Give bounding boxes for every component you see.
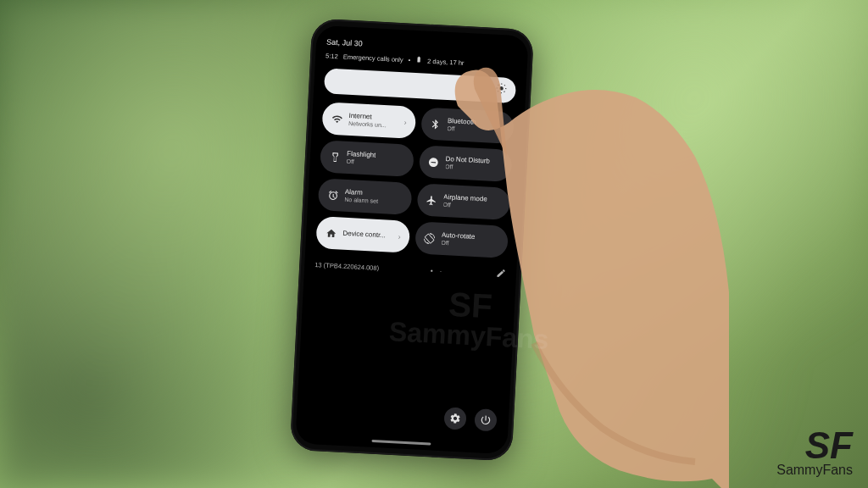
page-indicator: • · — [431, 267, 445, 275]
tile-internet[interactable]: Internet Networks un... › — [321, 102, 415, 139]
status-battery: 2 days, 17 hr — [427, 57, 465, 66]
status-network: Emergency calls only — [343, 53, 403, 64]
power-button[interactable] — [474, 408, 497, 431]
dnd-icon — [427, 156, 440, 169]
status-time: 5:12 — [326, 52, 338, 60]
tile-title: Device contr... — [342, 230, 386, 239]
tile-subtitle: Off — [447, 125, 476, 133]
gesture-nav-bar[interactable] — [371, 440, 431, 446]
tile-subtitle: No alarm set — [344, 196, 378, 204]
quick-settings-tiles: Internet Networks un... › Bluetooth Off … — [315, 102, 515, 258]
chevron-right-icon: › — [403, 118, 407, 126]
tile-subtitle: Off — [441, 239, 475, 247]
tile-bluetooth[interactable]: Bluetooth Off — [420, 107, 515, 144]
phone-screen: Sat, Jul 30 5:12 Emergency calls only • … — [295, 25, 529, 454]
flashlight-icon — [329, 151, 342, 164]
svg-point-0 — [499, 86, 504, 91]
tile-device-controls[interactable]: Device contr... › — [315, 216, 409, 253]
home-icon — [325, 227, 337, 240]
tile-dnd[interactable]: Do Not Disturb Off — [418, 145, 512, 182]
build-row: 13 (TPB4.220624.008) • · — [314, 258, 506, 280]
tile-flashlight[interactable]: Flashlight Off — [320, 140, 414, 177]
build-text: 13 (TPB4.220624.008) — [314, 261, 379, 272]
edit-icon[interactable] — [496, 268, 507, 280]
tile-auto-rotate[interactable]: Auto-rotate Off — [415, 221, 509, 258]
rotate-icon — [423, 232, 436, 245]
tile-alarm[interactable]: Alarm No alarm set — [318, 178, 412, 215]
dot-separator: • — [408, 56, 410, 64]
tile-airplane[interactable]: Airplane mode Off — [416, 183, 510, 220]
phone-frame: Sat, Jul 30 5:12 Emergency calls only • … — [290, 18, 534, 461]
settings-button[interactable] — [443, 407, 466, 430]
chevron-right-icon: › — [398, 232, 401, 241]
alarm-icon — [326, 189, 339, 202]
tile-subtitle: Off — [347, 158, 376, 165]
airplane-icon — [426, 194, 438, 207]
wifi-icon — [331, 113, 343, 125]
brightness-icon — [495, 82, 508, 98]
battery-icon — [415, 56, 423, 64]
bottom-buttons — [443, 407, 497, 431]
bluetooth-icon — [429, 118, 442, 130]
tile-subtitle: Off — [445, 163, 490, 171]
tile-subtitle: Networks un... — [348, 119, 387, 128]
tile-subtitle: Off — [443, 201, 487, 209]
brightness-slider[interactable] — [324, 68, 516, 103]
